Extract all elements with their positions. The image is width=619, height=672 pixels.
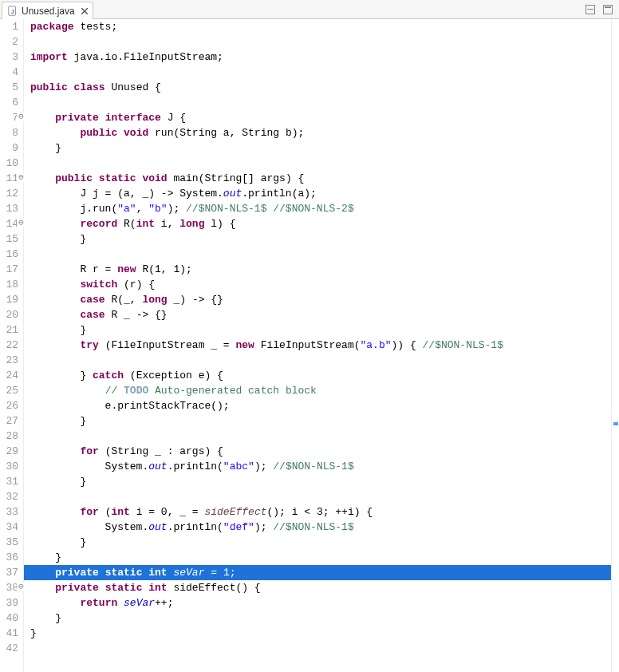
code-line[interactable]: public class Unused { (30, 80, 619, 95)
code-line[interactable]: for (String _ : args) { (30, 444, 619, 459)
code-line[interactable]: System.out.println("def"); //$NON-NLS-1$ (30, 520, 619, 535)
code-line[interactable]: switch (r) { (30, 277, 619, 292)
token-kw: catch (93, 370, 124, 381)
code-line[interactable]: package tests; (30, 19, 619, 34)
tab-unused-java[interactable]: J Unused.java (2, 2, 93, 19)
token-str: "def" (223, 521, 254, 533)
line-number: 36 (0, 550, 20, 565)
line-number: 3 (0, 49, 20, 65)
code-line[interactable]: private static int sideEffect() { (30, 580, 619, 595)
code-line[interactable] (30, 156, 619, 171)
token-kw: switch (80, 279, 117, 291)
code-line[interactable]: } (30, 535, 619, 550)
overview-ruler[interactable] (611, 19, 619, 672)
code-line[interactable]: private interface J { (30, 110, 619, 125)
line-number: 5 (0, 80, 20, 95)
token-todo: TODO (124, 385, 148, 397)
token-cmt: Auto-generated catch block (148, 385, 317, 397)
code-line[interactable]: j.run("a", "b"); //$NON-NLS-1$ //$NON-NL… (30, 201, 619, 216)
line-number: 32 (0, 489, 20, 504)
line-number: 24 (0, 368, 20, 383)
maximize-icon[interactable] (603, 5, 613, 14)
code-line[interactable] (30, 489, 619, 504)
code-area[interactable]: package tests;import java.io.FileInputSt… (24, 19, 619, 672)
code-line[interactable]: import java.io.FileInputStream; (30, 49, 619, 65)
code-line[interactable]: } (30, 550, 619, 565)
line-number: 37 (0, 565, 20, 580)
code-line[interactable] (30, 429, 619, 444)
overview-mark[interactable] (613, 422, 618, 425)
line-number: 34 (0, 520, 20, 535)
code-line[interactable]: public void run(String a, String b); (30, 125, 619, 140)
line-number: 35 (0, 535, 20, 550)
token-kw: private interface (55, 112, 161, 124)
line-number: 2 (0, 34, 20, 49)
code-line[interactable] (30, 95, 619, 110)
code-line[interactable] (30, 641, 619, 656)
token-cmt: // (105, 385, 124, 397)
code-line[interactable]: e.printStackTrace(); (30, 398, 619, 413)
line-number: 31 (0, 474, 20, 489)
code-line[interactable]: case R(_, long _) -> {} (30, 292, 619, 307)
token-kw: try (80, 339, 98, 351)
token-str: "a.b" (361, 339, 392, 351)
close-icon[interactable] (80, 6, 89, 16)
line-number: 20 (0, 307, 20, 322)
token-kw: return (80, 597, 117, 609)
token-kw: private static int (55, 582, 167, 594)
code-line[interactable] (30, 353, 619, 368)
tab-label: Unused.java (22, 6, 75, 17)
token-kw: private static int (55, 567, 167, 579)
line-number: 27 (0, 413, 20, 429)
code-line[interactable]: } (30, 611, 619, 626)
svg-text:J: J (11, 8, 14, 14)
code-line[interactable] (30, 34, 619, 49)
token-kw: import (30, 51, 68, 63)
code-line[interactable]: // TODO Auto-generated catch block (30, 383, 619, 398)
line-number: 18 (0, 277, 20, 292)
code-line[interactable]: } catch (Exception e) { (30, 368, 619, 383)
code-line[interactable]: } (30, 413, 619, 429)
code-line[interactable]: } (30, 231, 619, 247)
code-line[interactable]: J j = (a, _) -> System.out.println(a); (30, 186, 619, 201)
line-number: 12 (0, 186, 20, 201)
token-kw: int (111, 506, 129, 518)
code-line[interactable]: System.out.println("abc"); //$NON-NLS-1$ (30, 459, 619, 474)
code-line[interactable]: record R(int i, long l) { (30, 216, 619, 231)
token-cmt: //$NON-NLS-1$ (273, 521, 353, 533)
minimize-icon[interactable] (585, 5, 595, 14)
line-number: 14⊖ (0, 216, 20, 231)
code-line[interactable]: } (30, 140, 619, 156)
line-number: 10 (0, 156, 20, 171)
code-line[interactable]: } (30, 474, 619, 489)
editor-frame: J Unused.java 1234567⊖891011⊖121314⊖1516… (0, 0, 619, 672)
line-number: 15 (0, 231, 20, 247)
token-kw: record (80, 218, 117, 230)
code-line[interactable]: public static void main(String[] args) { (30, 171, 619, 186)
line-number: 25 (0, 383, 20, 398)
gutter: 1234567⊖891011⊖121314⊖151617181920212223… (0, 19, 24, 672)
line-number: 4 (0, 65, 20, 80)
code-line[interactable]: case R _ -> {} (30, 307, 619, 322)
code-line[interactable] (30, 247, 619, 262)
token-cmt: //$NON-NLS-1$ (273, 461, 353, 472)
line-number: 39 (0, 595, 20, 611)
code-line[interactable]: } (30, 322, 619, 338)
token-kw: long (179, 218, 204, 230)
line-number: 21 (0, 322, 20, 338)
code-line[interactable]: return seVar++; (30, 595, 619, 611)
token-field: out (148, 521, 167, 533)
line-number: 16 (0, 247, 20, 262)
code-line[interactable]: private static int seVar = 1; (24, 565, 619, 580)
code-line[interactable]: for (int i = 0, _ = sideEffect(); i < 3;… (30, 504, 619, 520)
code-line[interactable]: R r = new R(1, 1); (30, 262, 619, 277)
line-number: 22 (0, 338, 20, 353)
code-line[interactable]: } (30, 626, 619, 641)
line-number: 28 (0, 429, 20, 444)
code-line[interactable] (30, 65, 619, 80)
line-number: 6 (0, 95, 20, 110)
token-str: "b" (148, 203, 167, 215)
token-local-it: sideEffect (204, 506, 266, 518)
code-line[interactable]: try (FileInputStream _ = new FileInputSt… (30, 338, 619, 353)
token-cmt: //$NON-NLS-1$ (423, 339, 503, 351)
